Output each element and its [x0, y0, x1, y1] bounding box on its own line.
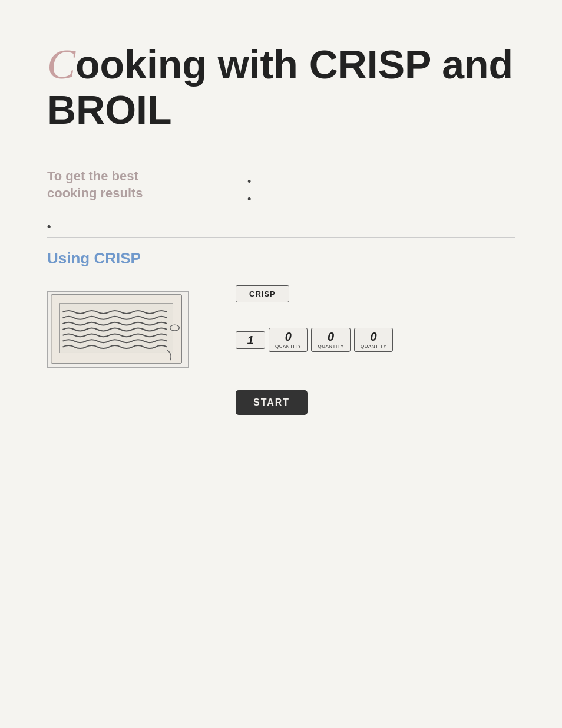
- best-results-left: To get the best cooking results: [47, 168, 224, 219]
- quantity-box-3: 0 QUANTITY: [311, 328, 350, 352]
- start-button-wrapper: START: [236, 373, 515, 415]
- quantity-value-2: 0: [285, 331, 292, 342]
- quantity-value-1: 1: [247, 334, 253, 346]
- quantity-box-4: 0 QUANTITY: [354, 328, 393, 352]
- page-title: Cooking with CRISP and BROIL: [47, 41, 515, 132]
- oven-illustration: [47, 291, 189, 368]
- crisp-step-2: 1 0 QUANTITY 0 QUANTITY 0 QUANTITY: [236, 328, 515, 352]
- start-divider: [236, 363, 424, 363]
- crisp-content-area: CRISP 1 0 QUANTITY: [47, 279, 515, 415]
- crisp-button[interactable]: CRISP: [236, 285, 289, 302]
- quantity-box-1: 1: [236, 331, 265, 349]
- crisp-step-1: CRISP: [236, 285, 515, 317]
- crisp-section-heading: Using CRISP: [47, 249, 515, 268]
- quantity-value-4: 0: [371, 331, 377, 342]
- best-results-heading: To get the best cooking results: [47, 168, 224, 202]
- crisp-button-wrapper: CRISP: [236, 285, 515, 311]
- quantity-box-2: 0 QUANTITY: [269, 328, 308, 352]
- oven-svg: [48, 292, 188, 367]
- quantity-label-4: QUANTITY: [361, 344, 386, 349]
- crisp-left-col: [47, 279, 212, 368]
- divider-1: [47, 156, 515, 156]
- right-bullet-list: [247, 168, 515, 174]
- quantity-label-2: QUANTITY: [275, 344, 301, 349]
- quantity-label-3: QUANTITY: [318, 344, 343, 349]
- crisp-step-3: START: [236, 363, 515, 415]
- quantity-row: 1 0 QUANTITY 0 QUANTITY 0 QUANTITY: [236, 328, 515, 352]
- quantity-value-3: 0: [328, 331, 334, 342]
- crisp-right-col: CRISP 1 0 QUANTITY: [236, 279, 515, 415]
- best-results-right: [247, 168, 515, 219]
- section-best-results: To get the best cooking results: [47, 168, 515, 219]
- page-content: Cooking with CRISP and BROIL To get the …: [0, 0, 562, 728]
- title-letter-c: C: [47, 41, 75, 88]
- divider-2: [47, 237, 515, 238]
- crisp-divider-1: [236, 317, 424, 317]
- start-button[interactable]: START: [236, 390, 308, 415]
- title-rest: ooking with CRISP and BROIL: [47, 42, 513, 132]
